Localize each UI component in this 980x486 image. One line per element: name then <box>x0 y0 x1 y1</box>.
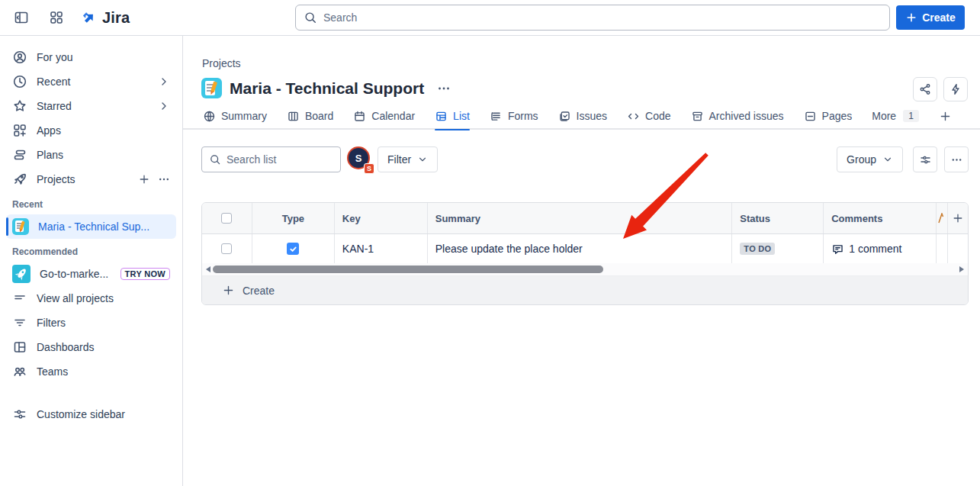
title-more-button[interactable] <box>436 81 451 96</box>
sidebar-item-customize[interactable]: Customize sidebar <box>6 402 176 426</box>
create-issue-label: Create <box>243 285 275 297</box>
chevron-right-icon <box>158 100 170 112</box>
top-navigation-bar: Jira Create <box>0 0 980 36</box>
sidebar-item-label: Plans <box>37 149 170 161</box>
add-tab-button[interactable] <box>939 103 952 129</box>
filter-label: Filter <box>387 153 411 166</box>
tab-forms[interactable]: Forms <box>490 103 538 129</box>
sidebar-item-recent[interactable]: Recent <box>6 69 176 94</box>
tab-code[interactable]: Code <box>627 103 670 129</box>
share-button[interactable] <box>913 77 937 101</box>
global-search[interactable] <box>295 5 890 31</box>
group-dropdown[interactable]: Group <box>837 146 903 172</box>
sidebar-item-projects[interactable]: Projects <box>6 167 176 192</box>
list-search[interactable] <box>201 146 341 172</box>
plans-icon <box>12 147 27 163</box>
panel-collapse-icon <box>14 10 29 25</box>
column-header-summary[interactable]: Summary <box>428 203 733 233</box>
column-header-partial <box>937 203 948 233</box>
create-issue-row[interactable]: Create <box>202 276 968 304</box>
avatar-status-badge: S <box>364 163 374 174</box>
jira-logo[interactable]: Jira <box>81 9 130 27</box>
create-button[interactable]: Create <box>896 5 965 30</box>
app-switcher-button[interactable] <box>44 5 69 30</box>
sidebar-item-view-all-projects[interactable]: View all projects <box>6 286 176 311</box>
comments-link[interactable]: 1 comment <box>831 243 901 256</box>
comment-icon <box>831 243 844 256</box>
tab-issues[interactable]: Issues <box>558 103 607 129</box>
tab-summary[interactable]: Summary <box>203 103 267 129</box>
search-icon <box>209 153 221 166</box>
try-now-badge[interactable]: TRY NOW <box>120 268 170 280</box>
tab-board[interactable]: Board <box>287 103 333 129</box>
sidebar-item-recent-project[interactable]: Maria - Technical Sup... <box>6 214 176 239</box>
search-icon <box>304 11 317 24</box>
automation-button[interactable] <box>943 77 968 101</box>
row-checkbox[interactable] <box>221 243 232 254</box>
add-column-button[interactable] <box>948 203 968 233</box>
scroll-right-arrow[interactable] <box>959 266 964 272</box>
tab-label: Forms <box>508 110 538 122</box>
table-row[interactable]: KAN-1 Please update the place holder TO … <box>202 234 968 263</box>
tab-more[interactable]: More 1 <box>872 103 919 129</box>
teams-icon <box>12 364 27 379</box>
tab-label: Pages <box>822 110 853 122</box>
sidebar-item-plans[interactable]: Plans <box>6 143 176 167</box>
tab-label: Summary <box>221 110 267 122</box>
app-grid-icon <box>49 10 64 25</box>
sidebar-item-dashboards[interactable]: Dashboards <box>6 335 176 359</box>
column-header-key[interactable]: Key <box>335 203 428 233</box>
sidebar-item-filters[interactable]: Filters <box>6 311 176 335</box>
tab-list[interactable]: List <box>435 103 470 129</box>
create-button-label: Create <box>922 11 956 24</box>
sidebar-item-label: Maria - Technical Sup... <box>38 220 170 233</box>
issue-key[interactable]: KAN-1 <box>335 234 428 263</box>
tab-label: Board <box>305 110 333 122</box>
sidebar-item-teams[interactable]: Teams <box>6 359 176 384</box>
sidebar-item-starred[interactable]: Starred <box>6 94 176 118</box>
project-tabs: Summary Board Calendar List Forms Issues… <box>183 104 980 130</box>
breadcrumb[interactable]: Projects <box>202 57 241 69</box>
view-settings-button[interactable] <box>913 146 937 172</box>
task-type-icon[interactable] <box>287 243 299 255</box>
chevron-right-icon <box>158 76 170 88</box>
customize-sliders-icon <box>12 407 27 422</box>
archive-icon <box>691 110 704 123</box>
sidebar-item-recommended-project[interactable]: Go-to-marke... TRY NOW <box>6 262 176 286</box>
sidebar: For you Recent Starred Apps Plans <box>0 36 183 486</box>
tab-archived-issues[interactable]: Archived issues <box>691 103 784 129</box>
scrollbar-thumb[interactable] <box>213 266 603 273</box>
toolbar-more-button[interactable] <box>944 146 969 172</box>
projects-more-icon[interactable] <box>158 173 170 185</box>
horizontal-scrollbar[interactable] <box>202 263 968 276</box>
calendar-icon <box>353 110 366 123</box>
list-toolbar: S S Filter Group <box>201 146 969 172</box>
sidebar-item-label: View all projects <box>37 292 170 304</box>
global-search-input[interactable] <box>323 11 882 24</box>
comment-count-label: 1 comment <box>849 243 901 255</box>
rocket-icon <box>12 172 27 187</box>
column-header-type[interactable]: Type <box>252 203 335 233</box>
scroll-left-arrow[interactable] <box>206 266 210 272</box>
tab-pages[interactable]: Pages <box>804 103 853 129</box>
list-lines-icon <box>12 291 27 306</box>
status-badge[interactable]: TO DO <box>740 243 775 255</box>
chevron-down-icon <box>882 154 893 165</box>
sidebar-item-apps[interactable]: Apps <box>6 118 176 143</box>
filters-icon <box>12 315 27 330</box>
sidebar-item-label: Filters <box>37 317 170 329</box>
sidebar-item-for-you[interactable]: For you <box>6 45 176 69</box>
column-header-comments[interactable]: Comments <box>824 203 937 233</box>
issue-summary[interactable]: Please update the place holder <box>428 234 733 263</box>
assignee-avatar[interactable]: S S <box>347 146 373 172</box>
lightning-icon <box>949 82 962 96</box>
tab-calendar[interactable]: Calendar <box>353 103 415 129</box>
filter-dropdown[interactable]: Filter <box>378 146 438 172</box>
pages-icon <box>804 110 817 123</box>
select-all-checkbox[interactable] <box>221 213 232 224</box>
collapse-sidebar-button[interactable] <box>9 5 34 30</box>
list-table-icon <box>435 110 448 123</box>
column-header-status[interactable]: Status <box>732 203 824 233</box>
add-project-icon[interactable] <box>138 173 150 185</box>
list-search-input[interactable] <box>227 153 326 166</box>
